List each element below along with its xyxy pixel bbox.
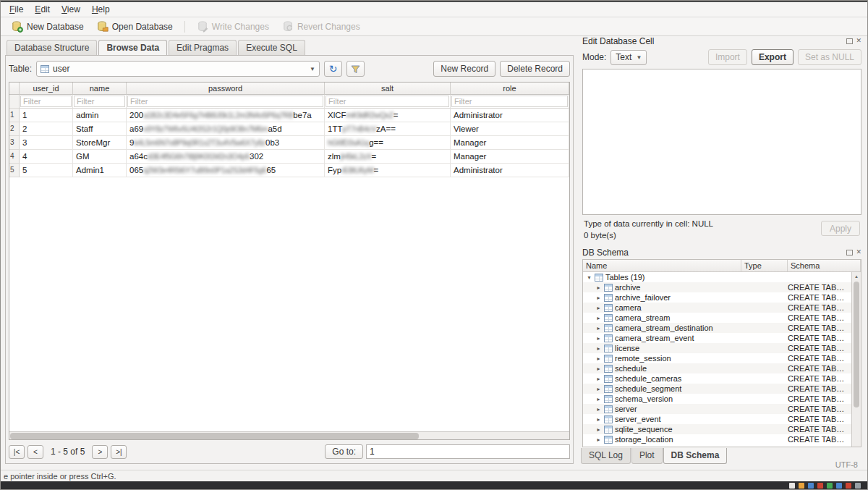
table-combobox[interactable]: user ▼ bbox=[36, 61, 320, 77]
schema-table-row[interactable]: ▸schema_versionCREATE TAB… bbox=[583, 394, 851, 404]
export-button[interactable]: Export bbox=[752, 49, 793, 65]
tab-execute-sql[interactable]: Execute SQL bbox=[238, 40, 305, 55]
dock-tab-plot[interactable]: Plot bbox=[631, 448, 663, 464]
column-header-role[interactable]: role bbox=[451, 83, 569, 95]
schema-header-name[interactable]: Name bbox=[583, 260, 741, 271]
cell-role[interactable]: Administrator bbox=[451, 109, 569, 122]
chevron-right-icon[interactable]: ▸ bbox=[595, 416, 602, 423]
schema-table-row[interactable]: ▸remote_sessionCREATE TAB… bbox=[583, 353, 851, 363]
tray-icon-7[interactable] bbox=[846, 483, 851, 489]
tray-icon-8[interactable] bbox=[855, 483, 861, 489]
cell-password[interactable]: 065q2W3e4R5t6Y7u8I9o0P1a2S3d4F5g665 bbox=[127, 164, 325, 177]
cell-user-id[interactable]: 5 bbox=[20, 164, 73, 177]
dock-tab-db-schema[interactable]: DB Schema bbox=[663, 448, 728, 464]
chevron-down-icon[interactable]: ▾ bbox=[586, 274, 592, 281]
cell-role[interactable]: Manager bbox=[451, 150, 569, 164]
chevron-right-icon[interactable]: ▸ bbox=[595, 305, 602, 311]
schema-table-row[interactable]: ▸storage_locationCREATE TAB… bbox=[583, 434, 851, 444]
chevron-right-icon[interactable]: ▸ bbox=[595, 355, 602, 362]
filter-input-password[interactable] bbox=[127, 96, 323, 107]
chevron-right-icon[interactable]: ▸ bbox=[595, 325, 602, 331]
next-record-button[interactable]: > bbox=[92, 445, 108, 459]
chevron-right-icon[interactable]: ▸ bbox=[595, 396, 602, 402]
cell-name[interactable]: StoreMgr bbox=[73, 136, 127, 150]
chevron-right-icon[interactable]: ▸ bbox=[595, 295, 602, 301]
column-header-salt[interactable]: salt bbox=[325, 83, 451, 95]
schema-table-row[interactable]: ▸serverCREATE TAB… bbox=[583, 404, 851, 414]
goto-button[interactable]: Go to: bbox=[325, 444, 363, 459]
tab-database-structure[interactable]: Database Structure bbox=[7, 40, 97, 55]
schema-table-row[interactable]: ▸schedule_segmentCREATE TAB… bbox=[583, 384, 851, 394]
cell-role[interactable]: Viewer bbox=[451, 122, 569, 136]
schema-table-row[interactable]: ▸schedule_camerasCREATE TAB… bbox=[583, 373, 851, 384]
cell-name[interactable]: GM bbox=[73, 150, 127, 164]
cell-user-id[interactable]: 3 bbox=[20, 136, 73, 150]
cell-name[interactable]: Admin1 bbox=[73, 164, 127, 177]
new-record-button[interactable]: New Record bbox=[433, 61, 495, 77]
cell-salt[interactable]: hG6fD3sA1qg== bbox=[325, 136, 451, 150]
tray-icon-5[interactable] bbox=[827, 483, 833, 489]
previous-record-button[interactable]: < bbox=[27, 445, 43, 459]
schema-table-row[interactable]: ▸cameraCREATE TAB… bbox=[583, 303, 851, 313]
goto-record-input[interactable] bbox=[366, 444, 570, 459]
chevron-right-icon[interactable]: ▸ bbox=[595, 335, 602, 342]
schema-table-row[interactable]: ▸licenseCREATE TAB… bbox=[583, 343, 851, 353]
schema-header-schema[interactable]: Schema bbox=[788, 260, 861, 271]
schema-table-row[interactable]: ▸camera_streamCREATE TAB… bbox=[583, 313, 851, 323]
filter-input-name[interactable] bbox=[74, 96, 125, 107]
cell-password[interactable]: a64cd3E4f5G6h7I8j9K0l1M2n3O4p5302 bbox=[127, 150, 325, 164]
cell-role[interactable]: Administrator bbox=[451, 164, 569, 177]
float-icon[interactable] bbox=[846, 250, 853, 255]
delete-record-button[interactable]: Delete Record bbox=[500, 61, 570, 77]
cell-name[interactable]: Staff bbox=[73, 122, 127, 136]
tab-browse-data[interactable]: Browse Data bbox=[98, 40, 167, 55]
tab-edit-pragmas[interactable]: Edit Pragmas bbox=[169, 40, 237, 55]
schema-table-row[interactable]: ▸archive_failoverCREATE TAB… bbox=[583, 292, 851, 303]
cell-salt[interactable]: 1TTpT7nB4cVzA== bbox=[325, 122, 451, 136]
menu-edit[interactable]: Edit bbox=[29, 3, 56, 16]
first-record-button[interactable]: |< bbox=[9, 445, 25, 459]
cell-salt[interactable]: zlmjH5kL2zX= bbox=[325, 150, 451, 164]
tray-icon-3[interactable] bbox=[808, 483, 814, 489]
menu-view[interactable]: View bbox=[56, 3, 86, 16]
float-icon[interactable] bbox=[846, 38, 853, 44]
tray-icon-2[interactable] bbox=[799, 483, 804, 489]
column-header-password[interactable]: password bbox=[127, 83, 325, 95]
mode-combobox[interactable]: Text ▼ bbox=[610, 50, 647, 65]
tray-icon-6[interactable] bbox=[836, 483, 842, 489]
cell-user-id[interactable]: 2 bbox=[20, 122, 73, 136]
cell-salt[interactable]: FyprE8tU6yM= bbox=[325, 164, 451, 177]
schema-table-row[interactable]: ▸sqlite_sequenceCREATE TAB… bbox=[583, 424, 851, 434]
schema-table-row[interactable]: ▸scheduleCREATE TAB… bbox=[583, 363, 851, 373]
tray-icon-1[interactable] bbox=[789, 483, 795, 489]
filter-input-role[interactable] bbox=[451, 96, 568, 107]
menu-file[interactable]: File bbox=[4, 3, 29, 16]
horizontal-scrollbar-thumb[interactable] bbox=[10, 433, 419, 439]
menu-help[interactable]: Help bbox=[86, 3, 116, 16]
dock-tab-sql-log[interactable]: SQL Log bbox=[581, 448, 631, 464]
scroll-up-icon[interactable]: ▲ bbox=[852, 272, 861, 280]
schema-header-type[interactable]: Type bbox=[741, 260, 788, 271]
chevron-right-icon[interactable]: ▸ bbox=[595, 406, 602, 413]
chevron-right-icon[interactable]: ▸ bbox=[595, 376, 602, 382]
cell-role[interactable]: Manager bbox=[451, 136, 569, 150]
open-database-button[interactable]: Open Database bbox=[92, 20, 178, 34]
schema-root-row[interactable]: ▾Tables (19) bbox=[583, 272, 851, 282]
cell-user-id[interactable]: 1 bbox=[20, 109, 73, 122]
horizontal-scrollbar[interactable] bbox=[9, 431, 569, 439]
last-record-button[interactable]: >| bbox=[111, 445, 127, 459]
chevron-right-icon[interactable]: ▸ bbox=[595, 345, 602, 352]
chevron-right-icon[interactable]: ▸ bbox=[595, 436, 602, 443]
cell-user-id[interactable]: 4 bbox=[20, 150, 73, 164]
cell-name[interactable]: admin bbox=[73, 109, 127, 122]
chevron-right-icon[interactable]: ▸ bbox=[595, 315, 602, 321]
chevron-right-icon[interactable]: ▸ bbox=[595, 426, 602, 433]
cell-password[interactable]: 9k4L5m6N7o8P9q0R1s2T3u4V5w6X7y8z0b3 bbox=[127, 136, 325, 150]
close-icon[interactable]: ✕ bbox=[856, 249, 861, 255]
chevron-right-icon[interactable]: ▸ bbox=[595, 284, 602, 291]
cell-password[interactable]: 200a1B2c3D4e5F6g7H8i9J0k1L2m3N4o5P6q7R8b… bbox=[127, 109, 325, 122]
tray-icon-4[interactable] bbox=[817, 483, 823, 489]
new-database-button[interactable]: New Database bbox=[7, 20, 89, 34]
close-icon[interactable]: ✕ bbox=[856, 38, 861, 44]
schema-table-row[interactable]: ▸archiveCREATE TAB… bbox=[583, 282, 851, 292]
